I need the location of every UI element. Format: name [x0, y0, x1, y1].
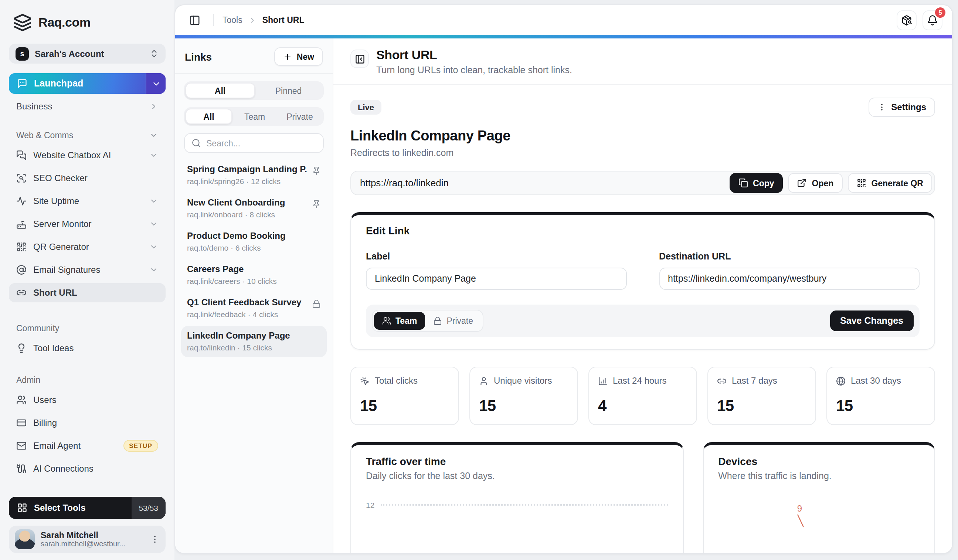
- nav-label: Server Monitor: [33, 219, 143, 229]
- link-item-meta: raq.link/careers · 10 clicks: [187, 276, 321, 286]
- launchpad-button[interactable]: Launchpad: [9, 73, 166, 94]
- save-changes-button[interactable]: Save Changes: [830, 311, 914, 331]
- chevron-right-icon: [248, 16, 257, 24]
- sidebar-item-website-chatbox-ai[interactable]: Website Chatbox AI: [9, 146, 166, 165]
- copy-button[interactable]: Copy: [729, 173, 783, 193]
- chevron-down-icon: [149, 131, 158, 140]
- open-button[interactable]: Open: [788, 173, 843, 193]
- avatar: [15, 529, 35, 549]
- launchpad-label: Launchpad: [34, 78, 83, 89]
- traffic-chart-title: Traffic over time: [366, 455, 668, 467]
- account-name: Sarah's Account: [35, 48, 143, 59]
- user-card[interactable]: Sarah Mitchell sarah.mitchell@westbur...: [9, 526, 166, 553]
- nav-label: Website Chatbox AI: [33, 150, 143, 160]
- links-header: Links New: [175, 38, 333, 74]
- generate-qr-button[interactable]: Generate QR: [847, 173, 932, 193]
- list-item-selected[interactable]: LinkedIn Company Page raq.to/linkedin · …: [181, 326, 327, 357]
- select-tools-main[interactable]: Select Tools: [9, 503, 131, 513]
- select-tools-button[interactable]: Select Tools 53/53: [9, 497, 166, 519]
- messages-square-icon: [16, 150, 27, 160]
- breadcrumb-tools[interactable]: Tools: [222, 16, 243, 24]
- tab-scope-all[interactable]: All: [186, 109, 232, 124]
- list-item[interactable]: Spring Campaign Landing P... raq.link/sp…: [181, 160, 327, 191]
- launchpad-caret[interactable]: [146, 73, 166, 94]
- admin-nav: Users Billing Email Agent SETUP AI Conne…: [9, 390, 166, 482]
- sidebar-item-email-agent[interactable]: Email Agent SETUP: [9, 436, 166, 455]
- activity-icon: [16, 196, 27, 206]
- generate-qr-label: Generate QR: [871, 179, 923, 187]
- bar-chart-icon: [598, 376, 607, 385]
- sidebar-item-short-url[interactable]: Short URL: [9, 283, 166, 302]
- at-sign-icon: [16, 265, 27, 275]
- topbar-actions: 5: [897, 10, 942, 30]
- nav-label: Short URL: [33, 287, 158, 298]
- user-name: Sarah Mitchell: [41, 531, 144, 540]
- visibility-private-option[interactable]: Private: [425, 312, 481, 330]
- list-item[interactable]: Careers Page raq.link/careers · 10 click…: [181, 260, 327, 290]
- panel-left-close-icon: [354, 54, 365, 64]
- list-item[interactable]: Q1 Client Feedback Survey raq.link/feedb…: [181, 293, 327, 324]
- sidebar-spacer: [9, 482, 166, 497]
- topbar: Tools Short URL 5: [175, 5, 952, 35]
- stats-row: Total clicks 15 Unique visitors 15: [351, 366, 935, 425]
- pinned-filter-tabs: All Pinned: [184, 81, 324, 100]
- label-input[interactable]: [366, 268, 627, 290]
- sidebar-item-seo-checker[interactable]: SEO Checker: [9, 168, 166, 188]
- edit-link-card: Edit Link Label Destination URL: [351, 212, 935, 350]
- list-item[interactable]: New Client Onboarding raq.link/onboard ·…: [181, 193, 327, 224]
- sidebar-item-qr-generator[interactable]: QR Generator: [9, 237, 166, 257]
- private-label: Private: [446, 316, 473, 325]
- tool-icon-box: [351, 49, 369, 68]
- stat-value: 15: [836, 397, 925, 415]
- link-item-meta: raq.link/onboard · 8 clicks: [187, 210, 308, 219]
- short-url-value: https://raq.to/linkedin: [360, 178, 729, 189]
- sidebar-item-tool-ideas[interactable]: Tool Ideas: [9, 339, 166, 358]
- lock-icon: [312, 300, 321, 308]
- lock-icon: [433, 316, 442, 325]
- package-search-button[interactable]: [897, 10, 917, 30]
- notification-count-badge: 5: [935, 7, 945, 17]
- visibility-team-option[interactable]: Team: [374, 312, 425, 330]
- tab-scope-team[interactable]: Team: [232, 109, 277, 124]
- stat-value: 4: [598, 397, 687, 415]
- devices-chart-card: Devices Where this traffic is landing. 9: [703, 442, 935, 553]
- sidebar-item-business[interactable]: Business: [9, 97, 166, 116]
- account-switcher[interactable]: s Sarah's Account: [9, 44, 166, 63]
- search-input[interactable]: [206, 139, 316, 148]
- sidebar-item-site-uptime[interactable]: Site Uptime: [9, 192, 166, 211]
- panel-left-icon: [189, 14, 200, 25]
- tab-all[interactable]: All: [186, 83, 255, 98]
- router-icon: [16, 219, 27, 229]
- destination-url-input[interactable]: [659, 268, 920, 290]
- link-icon: [16, 287, 27, 298]
- tab-pinned[interactable]: Pinned: [255, 83, 322, 98]
- new-link-button[interactable]: New: [274, 47, 323, 66]
- visibility-toggle: Team Private: [372, 310, 484, 332]
- section-web-comms[interactable]: Web & Comms: [9, 128, 166, 143]
- sidebar-item-users[interactable]: Users: [9, 390, 166, 409]
- tab-scope-private[interactable]: Private: [277, 109, 322, 124]
- devices-chart-subtitle: Where this traffic is landing.: [718, 471, 920, 481]
- ellipsis-vertical-icon[interactable]: [150, 535, 160, 544]
- globe-icon: [836, 376, 845, 385]
- sidebar-item-ai-connections[interactable]: AI Connections: [9, 459, 166, 478]
- charts-row: Traffic over time Daily clicks for the l…: [351, 442, 935, 553]
- search-box: [184, 133, 324, 153]
- sidebar-toggle-button[interactable]: [185, 10, 204, 30]
- list-item[interactable]: Product Demo Booking raq.to/demo · 6 cli…: [181, 226, 327, 257]
- sidebar-item-server-monitor[interactable]: Server Monitor: [9, 214, 166, 233]
- sidebar-item-email-signatures[interactable]: Email Signatures: [9, 260, 166, 279]
- links-title: Links: [185, 51, 212, 62]
- open-label: Open: [812, 179, 834, 187]
- notifications-button[interactable]: 5: [923, 10, 942, 30]
- launchpad-main[interactable]: Launchpad: [9, 73, 146, 94]
- link-item-title: Spring Campaign Landing P...: [187, 164, 308, 175]
- traffic-chart-subtitle: Daily clicks for the last 30 days.: [366, 471, 668, 481]
- section-label: Community: [16, 324, 158, 333]
- stat-value: 15: [360, 397, 449, 415]
- settings-button[interactable]: Settings: [868, 98, 935, 117]
- nav-label: AI Connections: [33, 463, 158, 474]
- destination-field-label: Destination URL: [659, 251, 920, 262]
- sidebar-item-billing[interactable]: Billing: [9, 413, 166, 433]
- link-item-meta: raq.to/demo · 6 clicks: [187, 243, 321, 252]
